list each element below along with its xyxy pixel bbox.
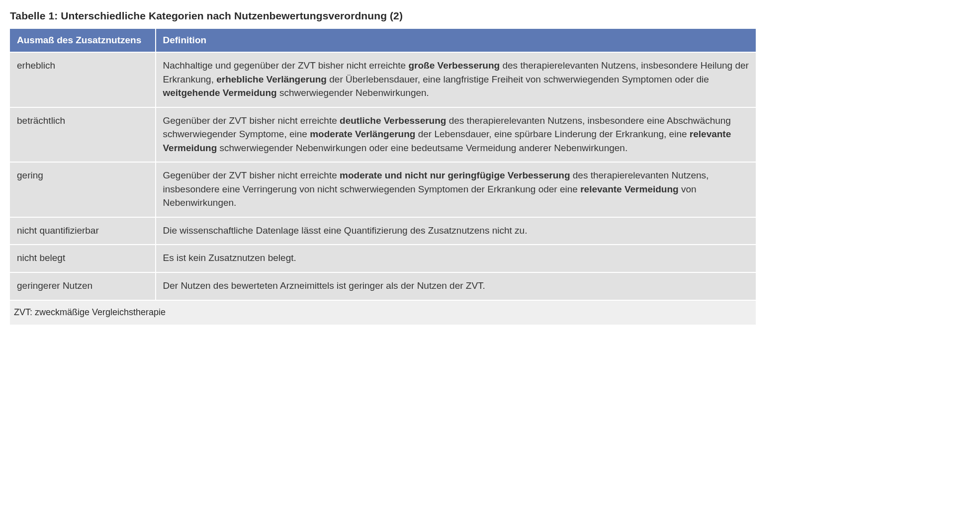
table-footnote-row: ZVT: zweckmäßige Vergleichstherapie <box>10 300 756 325</box>
table-caption: Tabelle 1: Unterschiedliche Kategorien n… <box>10 10 970 22</box>
table-row: geringGegenüber der ZVT bisher nicht err… <box>10 162 756 217</box>
cell-definition: Die wissenschaftliche Datenlage lässt ei… <box>156 217 756 245</box>
cell-definition: Nachhaltige und gegenüber der ZVT bisher… <box>156 52 756 107</box>
table-footnote: ZVT: zweckmäßige Vergleichstherapie <box>10 300 756 325</box>
benefit-categories-table: Ausmaß des Zusatznutzens Definition erhe… <box>10 29 756 326</box>
cell-definition: Gegenüber der ZVT bisher nicht erreichte… <box>156 162 756 217</box>
table-row: erheblichNachhaltige und gegenüber der Z… <box>10 52 756 107</box>
table-row: geringerer NutzenDer Nutzen des bewertet… <box>10 272 756 300</box>
cell-extent: nicht quantifizierbar <box>10 217 156 245</box>
cell-extent: geringerer Nutzen <box>10 272 156 300</box>
cell-definition: Der Nutzen des bewerteten Arzneimittels … <box>156 272 756 300</box>
cell-definition: Gegenüber der ZVT bisher nicht erreichte… <box>156 107 756 163</box>
table-row: beträchtlichGegenüber der ZVT bisher nic… <box>10 107 756 163</box>
table-row: nicht belegtEs ist kein Zusatznutzen bel… <box>10 245 756 272</box>
cell-extent: beträchtlich <box>10 107 156 163</box>
col-header-extent: Ausmaß des Zusatznutzens <box>10 29 156 52</box>
table-header-row: Ausmaß des Zusatznutzens Definition <box>10 29 756 52</box>
table-row: nicht quantifizierbarDie wissenschaftlic… <box>10 217 756 245</box>
col-header-definition: Definition <box>156 29 756 52</box>
cell-extent: erheblich <box>10 52 156 107</box>
cell-definition: Es ist kein Zusatznutzen belegt. <box>156 245 756 272</box>
cell-extent: nicht belegt <box>10 245 156 272</box>
cell-extent: gering <box>10 162 156 217</box>
